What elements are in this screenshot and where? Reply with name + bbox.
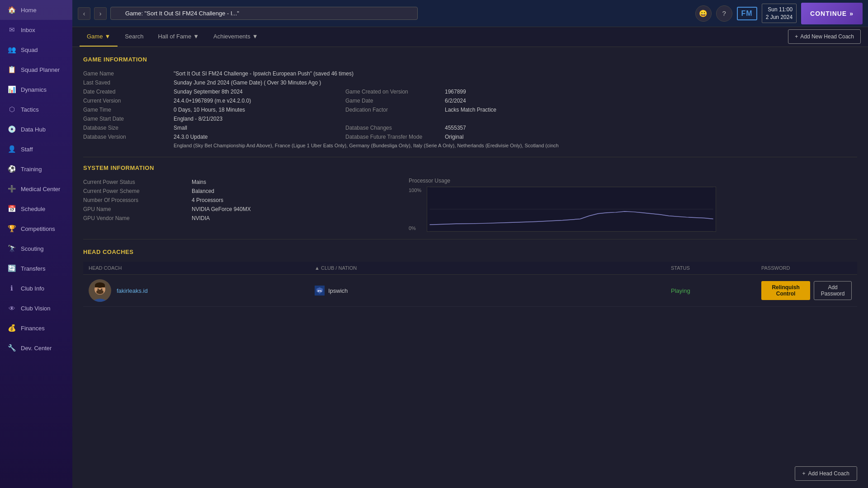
col-club-nation: ▲ CLUB / NATION bbox=[315, 265, 671, 271]
date-line2: 2 Jun 2024 bbox=[766, 14, 793, 21]
table-row: GPU Vendor Name NVIDIA bbox=[83, 214, 400, 223]
sidebar-item-inbox[interactable]: ✉ Inbox bbox=[0, 20, 72, 40]
competitions-icon: 🏆 bbox=[7, 224, 16, 233]
coaches-table-header: HEAD COACH ▲ CLUB / NATION STATUS PASSWO… bbox=[83, 262, 857, 275]
table-row: Database Size Small Database Changes 455… bbox=[83, 123, 857, 132]
game-info-table: Game Name "Sort It Out SI FM24 Challenge… bbox=[83, 69, 857, 150]
system-info-table: Current Power Status Mains Current Power… bbox=[83, 178, 400, 223]
topbar: ‹ › 🔍 😀 ? FM Sun 11:00 2 Jun 2024 CONTIN… bbox=[72, 0, 868, 27]
nav-forward-button[interactable]: › bbox=[94, 7, 107, 20]
sidebar-item-schedule[interactable]: 📅 Schedule bbox=[0, 199, 72, 219]
fm-logo: FM bbox=[737, 7, 757, 20]
coach-identity: fakirleaks.id bbox=[89, 279, 315, 302]
table-row: Current Power Scheme Balanced bbox=[83, 187, 400, 196]
game-time-label: Game Time bbox=[83, 105, 174, 114]
sidebar-item-dev-center[interactable]: 🔧 Dev. Center bbox=[0, 338, 72, 358]
tab-search[interactable]: Search bbox=[118, 27, 151, 47]
sidebar-item-club-info[interactable]: ℹ Club Info bbox=[0, 278, 72, 298]
sidebar-item-home[interactable]: 🏠 Home bbox=[0, 0, 72, 20]
dev-center-icon: 🔧 bbox=[7, 343, 16, 352]
add-new-head-coach-button[interactable]: + Add New Head Coach bbox=[788, 29, 861, 44]
chart-title: Processor Usage bbox=[409, 178, 857, 184]
database-size-label: Database Size bbox=[83, 123, 174, 132]
tab-hall-of-fame-chevron-icon: ▼ bbox=[193, 33, 199, 40]
sidebar-item-club-vision[interactable]: 👁 Club Vision bbox=[0, 298, 72, 318]
sidebar-label-club-vision: Club Vision bbox=[21, 305, 51, 312]
search-input[interactable] bbox=[110, 7, 418, 20]
num-processors-label: Number Of Processors bbox=[83, 196, 192, 205]
sidebar-item-staff[interactable]: 👤 Staff bbox=[0, 139, 72, 159]
system-info-grid: Current Power Status Mains Current Power… bbox=[83, 178, 857, 232]
sidebar-item-training[interactable]: ⚽ Training bbox=[0, 159, 72, 179]
tab-hall-of-fame[interactable]: Hall of Fame ▼ bbox=[151, 27, 206, 47]
current-version-value: 24.4.0+1967899 (m.e v24.2.0.0) bbox=[174, 96, 345, 105]
gpu-name-label: GPU Name bbox=[83, 205, 192, 214]
add-password-button[interactable]: Add Password bbox=[814, 281, 852, 300]
tab-game[interactable]: Game ▼ bbox=[80, 27, 118, 47]
sidebar-label-dev-center: Dev. Center bbox=[21, 345, 52, 352]
data-hub-icon: 💿 bbox=[7, 125, 16, 134]
coach-name[interactable]: fakirleaks.id bbox=[117, 287, 148, 294]
table-row: Game Start Date England - 8/21/2023 bbox=[83, 114, 857, 123]
game-created-version-label: Game Created on Version bbox=[345, 87, 445, 96]
tab-achievements[interactable]: Achievements ▼ bbox=[206, 27, 265, 47]
sidebar-item-scouting[interactable]: 🔭 Scouting bbox=[0, 239, 72, 258]
tab-achievements-chevron-icon: ▼ bbox=[252, 33, 258, 40]
transfers-icon: 🔄 bbox=[7, 264, 16, 273]
dynamics-icon: 📊 bbox=[7, 85, 16, 94]
svg-point-8 bbox=[96, 290, 104, 294]
svg-point-9 bbox=[98, 289, 99, 290]
sidebar-item-data-hub[interactable]: 💿 Data Hub bbox=[0, 119, 72, 139]
table-row: Current Version 24.4.0+1967899 (m.e v24.… bbox=[83, 96, 857, 105]
inbox-icon: ✉ bbox=[7, 25, 16, 34]
col-head-coach: HEAD COACH bbox=[89, 265, 315, 271]
nav-back-button[interactable]: ‹ bbox=[78, 7, 90, 20]
sidebar-item-competitions[interactable]: 🏆 Competitions bbox=[0, 219, 72, 239]
processor-chart-svg bbox=[427, 187, 716, 232]
chart-0-label: 0% bbox=[409, 225, 416, 231]
club-badge: IPS bbox=[315, 286, 325, 296]
tactics-icon: ⬡ bbox=[7, 105, 16, 114]
sidebar-item-squad-planner[interactable]: 📋 Squad Planner bbox=[0, 60, 72, 80]
continue-button[interactable]: CONTINUE » bbox=[801, 3, 863, 24]
continue-label: CONTINUE bbox=[810, 10, 847, 17]
table-row: GPU Name NVIDIA GeForce 940MX bbox=[83, 205, 400, 214]
search-wrapper: 🔍 bbox=[110, 7, 418, 20]
add-head-coach-label: Add Head Coach bbox=[808, 470, 849, 477]
sidebar-item-dynamics[interactable]: 📊 Dynamics bbox=[0, 80, 72, 99]
bottom-bar: + Add Head Coach bbox=[795, 466, 857, 481]
table-row: England (Sky Bet Championship And Above)… bbox=[83, 141, 857, 150]
current-version-label: Current Version bbox=[83, 96, 174, 105]
sidebar-item-finances[interactable]: 💰 Finances bbox=[0, 318, 72, 338]
sidebar-label-club-info: Club Info bbox=[21, 285, 44, 292]
home-icon: 🏠 bbox=[7, 5, 16, 14]
add-head-coach-button[interactable]: + Add Head Coach bbox=[795, 466, 857, 481]
sidebar-item-squad[interactable]: 👥 Squad bbox=[0, 40, 72, 60]
add-new-head-coach-icon: + bbox=[795, 33, 798, 40]
db-future-transfer-label: Database Future Transfer Mode bbox=[345, 132, 445, 141]
sidebar-item-medical-center[interactable]: ➕ Medical Center bbox=[0, 179, 72, 199]
schedule-icon: 📅 bbox=[7, 204, 16, 213]
main-area: ‹ › 🔍 😀 ? FM Sun 11:00 2 Jun 2024 CONTIN… bbox=[72, 0, 868, 488]
gpu-vendor-label: GPU Vendor Name bbox=[83, 214, 192, 223]
sidebar-label-tactics: Tactics bbox=[21, 106, 39, 113]
sidebar-label-medical-center: Medical Center bbox=[21, 186, 60, 192]
game-start-date-value: England - 8/21/2023 bbox=[174, 114, 857, 123]
table-row: Current Power Status Mains bbox=[83, 178, 400, 187]
coach-actions: Relinquish Control Add Password bbox=[761, 281, 852, 300]
database-version-value: 24.3.0 Update bbox=[174, 132, 345, 141]
chart-container: 100% 0% bbox=[409, 187, 857, 232]
sidebar-item-transfers[interactable]: 🔄 Transfers bbox=[0, 258, 72, 278]
relinquish-control-button[interactable]: Relinquish Control bbox=[761, 281, 810, 300]
nav-tabs: Game ▼ Search Hall of Fame ▼ Achievement… bbox=[80, 27, 265, 47]
tab-achievements-label: Achievements bbox=[213, 33, 250, 40]
sidebar-item-tactics[interactable]: ⬡ Tactics bbox=[0, 99, 72, 119]
squad-planner-icon: 📋 bbox=[7, 65, 16, 74]
leagues-value: England (Sky Bet Championship And Above)… bbox=[174, 141, 857, 150]
col-password: PASSWORD bbox=[761, 265, 852, 271]
gpu-name-value: NVIDIA GeForce 940MX bbox=[192, 205, 400, 214]
processor-chart: Processor Usage 100% 0% bbox=[409, 178, 857, 232]
database-size-value: Small bbox=[174, 123, 345, 132]
help-smiley-button[interactable]: 😀 bbox=[695, 5, 712, 22]
help-question-button[interactable]: ? bbox=[716, 5, 732, 22]
